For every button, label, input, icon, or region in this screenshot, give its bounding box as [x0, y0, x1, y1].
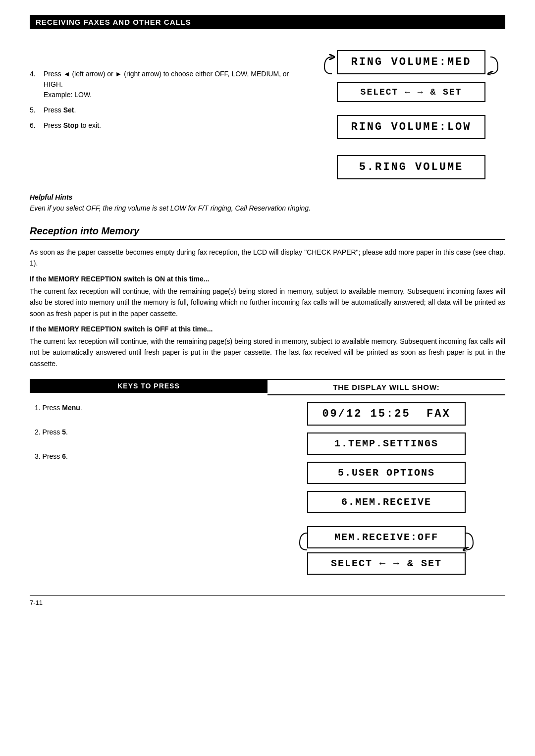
step-4-example: Example: LOW. [44, 91, 92, 99]
key-step-3-text: Press 6. [43, 452, 68, 460]
helpful-hints-text: Even if you select OFF, the ring volume … [30, 203, 505, 214]
step-6-num: 6. [30, 120, 40, 131]
memory-off-heading: If the MEMORY RECEPTION switch is OFF at… [30, 325, 505, 333]
step-4: 4. Press ◄ (left arrow) or ► (right arro… [30, 69, 302, 100]
reception-body1: As soon as the paper cassette becomes em… [30, 247, 505, 269]
key-step-1-text: Press Menu. [43, 404, 82, 412]
left-instructions: 4. Press ◄ (left arrow) or ► (right arro… [30, 39, 302, 183]
key-step-3-bold: 6 [62, 452, 66, 460]
left-arrow-symbol: ◄ [63, 70, 70, 78]
step-6-bold: Stop [63, 121, 79, 129]
keys-steps: 1. Press Menu. 2. Press 5. 3. Press 6. [30, 398, 268, 481]
step-5-text: Press Set. [44, 105, 76, 115]
key-step-1-bold: Menu [62, 404, 80, 412]
arrow-group-bottom: MEM.RECEIVE:OFF SELECT ← → & SET [297, 520, 476, 581]
lcd-user-options: 5.USER OPTIONS [307, 462, 466, 484]
key-step-1: 1. Press Menu. [35, 403, 263, 413]
curved-arrow-bottom-svg [297, 529, 476, 551]
step-4-text: Press ◄ (left arrow) or ► (right arrow) … [44, 69, 302, 100]
lcd-5-ring-volume: 5.RING VOLUME [337, 155, 485, 179]
reception-section: Reception into Memory As soon as the pap… [30, 225, 505, 369]
lcd-select-arrows-bottom: SELECT ← → & SET [307, 552, 466, 575]
memory-on-text: The current fax reception will continue,… [30, 286, 505, 319]
step-5-bold: Set [63, 106, 74, 114]
step-5-num: 5. [30, 105, 40, 115]
keys-display-section: KEYS TO PRESS 1. Press Menu. 2. Press 5.… [30, 379, 505, 581]
header-bar: RECEIVING FAXES AND OTHER CALLS [30, 15, 505, 29]
step-6: 6. Press Stop to exit. [30, 120, 302, 131]
lcd-ring-volume-low: RING VOLUME:LOW [337, 115, 485, 139]
key-step-1-num: 1. [35, 404, 41, 412]
page: RECEIVING FAXES AND OTHER CALLS 4. Press… [0, 0, 535, 756]
lcd-mem-receive: 6.MEM.RECEIVE [307, 491, 466, 513]
key-step-2-bold: 5 [62, 428, 66, 436]
display-col: THE DISPLAY WILL SHOW: 09/12 15:25 FAX 1… [268, 379, 505, 581]
step-4-num: 4. [30, 69, 40, 100]
reception-title: Reception into Memory [30, 225, 505, 240]
helpful-hints-title: Helpful Hints [30, 193, 505, 201]
keys-col: KEYS TO PRESS 1. Press Menu. 2. Press 5.… [30, 379, 268, 581]
key-step-2-text: Press 5. [43, 428, 68, 436]
key-step-3-num: 3. [35, 452, 41, 460]
lcd-select-arrows: SELECT ← → & SET [337, 82, 485, 102]
helpful-hints-section: Helpful Hints Even if you select OFF, th… [30, 193, 505, 214]
key-step-2: 2. Press 5. [35, 427, 263, 437]
lcd-temp-settings: 1.TEMP.SETTINGS [307, 432, 466, 455]
display-header: THE DISPLAY WILL SHOW: [268, 379, 505, 395]
keys-header: KEYS TO PRESS [30, 379, 268, 393]
memory-off-text: The current fax reception will continue,… [30, 336, 505, 369]
key-step-2-num: 2. [35, 428, 41, 436]
arrow-group-top: RING VOLUME:MED SELECT ← → & SET [322, 44, 500, 110]
key-step-3: 3. Press 6. [35, 451, 263, 462]
step-6-text: Press Stop to exit. [44, 120, 101, 131]
right-lcd-col: RING VOLUME:MED SELECT ← → & SET RING VO… [317, 39, 505, 183]
page-number: 7-11 [30, 599, 43, 606]
top-section: 4. Press ◄ (left arrow) or ► (right arro… [30, 39, 505, 183]
page-footer: 7-11 [30, 595, 505, 606]
step-5: 5. Press Set. [30, 105, 302, 115]
header-title: RECEIVING FAXES AND OTHER CALLS [36, 18, 191, 26]
curved-arrow-top-svg [322, 53, 500, 75]
lcd-datetime-fax: 09/12 15:25 FAX [307, 402, 466, 426]
memory-on-heading: If the MEMORY RECEPTION switch is ON at … [30, 275, 505, 283]
right-arrow-symbol: ► [115, 70, 122, 78]
